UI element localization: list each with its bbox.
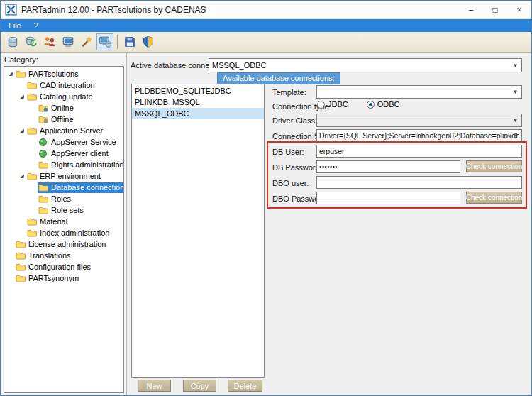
maximize-button[interactable]: □	[483, 1, 507, 18]
radio-odbc[interactable]: ODBC	[367, 100, 400, 109]
titlebar: PARTadmin 12.00 - PARTsolutions by CADEN…	[1, 1, 531, 19]
dropdown-arrow-icon[interactable]: ▼	[509, 86, 521, 98]
tree-item-partsolutions[interactable]: ◢PARTsolutions	[4, 68, 123, 79]
list-item-plinkdb_mssql[interactable]: PLINKDB_MSSQL	[132, 97, 264, 108]
tree-item-label: ERP environment	[40, 172, 101, 180]
new-button[interactable]: New	[138, 380, 171, 392]
tree-item-label: AppServer client	[51, 149, 109, 158]
content-panel: Active database connection: MSSQL_ODBC ▼…	[126, 53, 531, 395]
window-title: PARTadmin 12.00 - PARTsolutions by CADEN…	[21, 5, 206, 15]
check-connection-button-db[interactable]: Check connection	[466, 160, 522, 172]
tree-item-content: CAD integration	[26, 80, 97, 91]
partadmin-window: PARTadmin 12.00 - PARTsolutions by CADEN…	[0, 0, 532, 396]
tree-item-role-sets[interactable]: Role sets	[4, 204, 123, 216]
configuration-wizard-icon[interactable]	[78, 33, 95, 50]
tree-item-label: Material	[40, 217, 67, 226]
tree-item-content: Material	[26, 216, 70, 227]
connection-string-input[interactable]	[316, 129, 522, 142]
copy-button[interactable]: Copy	[183, 380, 216, 392]
db-user-input[interactable]	[316, 145, 522, 158]
service-icon	[38, 138, 49, 147]
folder-icon	[16, 274, 26, 283]
dbo-password-input[interactable]	[316, 192, 460, 204]
erp-environment-icon[interactable]	[96, 33, 113, 50]
expander-icon[interactable]: ◢	[18, 170, 26, 182]
tree-item-label: License administration	[28, 240, 106, 248]
tree-item-application-server[interactable]: ◢Application Server	[4, 125, 123, 136]
menu-file[interactable]: File	[2, 21, 28, 31]
folder-icon	[27, 81, 38, 90]
tree-item-label: Offline	[51, 115, 74, 123]
tree-item-translations[interactable]: Translations	[4, 250, 123, 261]
category-panel: Category: ◢PARTsolutionsCAD integration◢…	[1, 53, 126, 395]
tree-item-label: Online	[51, 104, 74, 112]
category-label: Category:	[4, 55, 124, 64]
tree-item-catalog-update[interactable]: ◢Catalog update	[4, 91, 123, 102]
folder-icon	[27, 217, 38, 226]
tree-item-label: CAD integration	[40, 81, 95, 89]
active-connection-combo[interactable]: MSSQL_ODBC ▼	[209, 58, 522, 72]
tree-item-label: Catalog update	[40, 92, 93, 101]
catalog-database-icon[interactable]	[4, 33, 21, 50]
tree-item-label: Configuration files	[28, 263, 91, 271]
license-shield-icon[interactable]	[140, 33, 157, 50]
radio-jdbc[interactable]: JDBC	[317, 100, 348, 109]
list-item-pldbdemo_sqlitejdbc[interactable]: PLDBDEMO_SQLITEJDBC	[132, 85, 264, 97]
minimize-button[interactable]: –	[459, 1, 483, 18]
tree-item-roles[interactable]: Roles	[4, 193, 123, 204]
driver-class-combo[interactable]: ▼	[316, 114, 522, 127]
folder-icon	[16, 251, 26, 260]
tree-item-appserver-client[interactable]: AppServer client	[4, 148, 123, 159]
folder-icon	[16, 263, 26, 272]
tree-item-material[interactable]: Material	[4, 216, 123, 227]
db-password-label: DB Password:	[272, 163, 322, 172]
db-user-label: DB User:	[272, 148, 304, 156]
tree-item-index-administration[interactable]: Index administration	[4, 227, 123, 238]
window-controls: – □ ×	[459, 1, 531, 18]
tree-item-appserver-service[interactable]: AppServer Service	[4, 136, 123, 148]
tree-item-partsynonym[interactable]: PARTsynonym	[4, 273, 123, 284]
dropdown-arrow-icon[interactable]: ▼	[509, 59, 521, 72]
dropdown-arrow-icon[interactable]: ▼	[509, 114, 521, 126]
tree-item-database-connection[interactable]: Database connection	[4, 182, 123, 193]
folder-icon	[16, 70, 26, 79]
menu-help[interactable]: ?	[28, 21, 45, 31]
close-button[interactable]: ×	[507, 1, 531, 18]
application-server-icon[interactable]	[60, 33, 77, 50]
delete-button[interactable]: Delete	[228, 380, 262, 392]
tree-item-content: Database connection	[38, 182, 124, 193]
save-icon[interactable]	[121, 33, 138, 50]
folder-offline-icon	[38, 115, 49, 124]
tree-item-label: PARTsolutions	[28, 70, 79, 78]
tree-item-content: License administration	[15, 239, 108, 250]
category-tree: ◢PARTsolutionsCAD integration◢Catalog up…	[4, 66, 124, 393]
expander-icon[interactable]: ◢	[6, 68, 15, 79]
folder-icon	[27, 92, 38, 101]
list-item-mssql_odbc[interactable]: MSSQL_ODBC	[132, 108, 264, 119]
expander-icon[interactable]: ◢	[18, 125, 26, 136]
tree-item-content: Index administration	[26, 228, 111, 238]
dbo-user-input[interactable]	[316, 176, 522, 189]
tree-item-label: Rights administration	[51, 160, 124, 169]
template-combo[interactable]: ▼	[316, 85, 522, 99]
database-update-icon[interactable]	[23, 33, 40, 50]
tree-item-license-administration[interactable]: License administration	[4, 238, 123, 250]
connection-listbox: PLDBDEMO_SQLITEJDBCPLINKDB_MSSQLMSSQL_OD…	[131, 84, 265, 378]
folder-icon	[38, 160, 49, 170]
db-password-input[interactable]	[316, 160, 460, 173]
tree-item-rights-administration[interactable]: Rights administration	[4, 159, 123, 170]
tree-item-configuration-files[interactable]: Configuration files	[4, 261, 123, 273]
rights-administration-icon[interactable]	[41, 33, 58, 50]
tree-item-erp-environment[interactable]: ◢ERP environment	[4, 170, 123, 182]
tree-item-content: Rights administration	[38, 160, 124, 170]
main-area: Category: ◢PARTsolutionsCAD integration◢…	[1, 53, 531, 395]
folder-icon	[27, 172, 38, 181]
expander-icon[interactable]: ◢	[18, 91, 26, 102]
tree-item-offline[interactable]: Offline	[4, 114, 123, 125]
tree-item-online[interactable]: Online	[4, 102, 123, 114]
app-logo-icon	[5, 4, 18, 16]
tree-item-cad-integration[interactable]: CAD integration	[4, 79, 123, 91]
folder-icon	[27, 229, 38, 238]
folder-icon	[27, 126, 38, 136]
check-connection-button-dbo[interactable]: Check connection	[466, 192, 522, 204]
